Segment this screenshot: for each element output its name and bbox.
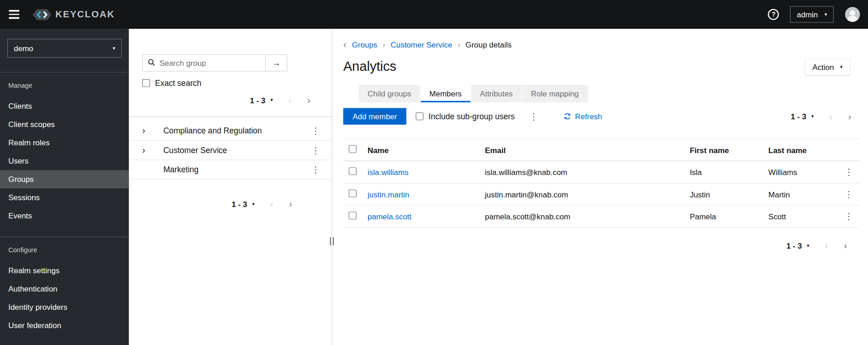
realm-selector-section: demo ▾ <box>0 29 129 73</box>
row-kebab-icon[interactable]: ⋮ <box>842 189 856 199</box>
sidebar-item-realm-roles[interactable]: Realm roles <box>0 133 129 152</box>
pagination-prev-button[interactable]: ‹ <box>817 239 836 253</box>
tab-role-mapping[interactable]: Role mapping <box>522 85 588 102</box>
hamburger-icon <box>9 10 19 11</box>
exact-search-checkbox[interactable] <box>142 79 150 87</box>
pagination-prev-button[interactable]: ‹ <box>281 93 300 107</box>
pagination-options-toggle[interactable]: 1 - 3 ▾ <box>250 96 273 104</box>
groups-pagination-top: 1 - 3 ▾ ‹ › <box>142 93 319 107</box>
kebab-menu-icon[interactable]: ⋮ <box>310 145 322 155</box>
pagination-range: 1 - 3 <box>791 112 806 121</box>
tab-child-groups[interactable]: Child groups <box>359 85 420 102</box>
members-toolbar: Add member Include sub-group users ⋮ Ref… <box>343 108 859 124</box>
help-icon[interactable]: ? <box>768 9 779 20</box>
sidebar-item-events[interactable]: Events <box>0 207 129 225</box>
sidebar-item-authentication[interactable]: Authentication <box>0 280 129 298</box>
breadcrumb-current: Group details <box>465 40 511 49</box>
breadcrumb-groups-link[interactable]: Groups <box>352 40 378 49</box>
add-member-button[interactable]: Add member <box>343 108 406 124</box>
breadcrumb-separator-icon: › <box>458 41 460 48</box>
keycloak-logo[interactable]: KEYCLOAK <box>33 9 115 20</box>
tree-item: › Compliance and Regulation ⋮ <box>129 122 331 141</box>
page-title: Analytics <box>343 58 396 75</box>
kebab-menu-icon[interactable]: ⋮ <box>310 164 322 175</box>
pagination-prev-button[interactable]: ‹ <box>821 109 840 123</box>
kebab-menu-icon[interactable]: ⋮ <box>310 126 322 136</box>
pagination-range: 1 - 3 <box>250 96 265 104</box>
panel-resize-handle[interactable] <box>330 237 334 245</box>
members-pagination-bottom: 1 - 3 ▾ ‹ › <box>343 239 859 253</box>
user-avatar[interactable] <box>845 7 860 22</box>
avatar-icon <box>845 15 860 22</box>
pagination-next-button[interactable]: › <box>281 197 300 211</box>
sidebar-item-clients[interactable]: Clients <box>0 97 129 115</box>
row-checkbox[interactable] <box>349 212 357 219</box>
sidebar-item-identity-providers[interactable]: Identity providers <box>0 298 129 316</box>
tab-members[interactable]: Members <box>421 85 471 102</box>
pagination-options-toggle[interactable]: 1 - 3 ▾ <box>231 200 254 208</box>
nav-section-configure-label: Configure <box>0 237 129 261</box>
select-all-checkbox[interactable] <box>349 145 357 153</box>
action-label: Action <box>812 63 834 71</box>
pagination-prev-button[interactable]: ‹ <box>263 197 281 211</box>
search-icon <box>148 59 155 66</box>
include-subgroups-checkbox[interactable] <box>416 112 424 120</box>
column-header-first-name: First name <box>685 139 764 161</box>
sidebar: demo ▾ Manage Clients Client scopes Real… <box>0 29 129 345</box>
expand-chevron-icon[interactable]: › <box>142 146 157 154</box>
groups-tree-panel: → Exact search 1 - 3 ▾ ‹ › <box>129 29 332 345</box>
sidebar-item-realm-settings[interactable]: Realm settings <box>0 261 129 280</box>
group-search-input[interactable] <box>142 54 265 72</box>
nav-group-configure: Configure Realm settings Authentication … <box>0 237 129 335</box>
sidebar-item-groups[interactable]: Groups <box>0 170 129 188</box>
sidebar-item-client-scopes[interactable]: Client scopes <box>0 115 129 133</box>
toolbar-kebab-icon[interactable]: ⋮ <box>526 111 541 122</box>
groups-pagination-bottom: 1 - 3 ▾ ‹ › <box>142 197 319 211</box>
group-link-customer-service[interactable]: Customer Service <box>163 146 227 154</box>
page-body: demo ▾ Manage Clients Client scopes Real… <box>0 29 868 345</box>
arrow-right-icon: → <box>272 58 280 68</box>
nav-section-manage-label: Manage <box>0 73 129 97</box>
pagination-next-button[interactable]: › <box>836 239 855 253</box>
current-realm: demo <box>14 44 33 53</box>
member-username-link[interactable]: justin.martin <box>368 190 409 198</box>
sidebar-item-sessions[interactable]: Sessions <box>0 188 129 207</box>
row-kebab-icon[interactable]: ⋮ <box>842 167 856 177</box>
user-menu-dropdown[interactable]: admin ▾ <box>790 6 833 22</box>
exact-search-option: Exact search <box>142 79 319 87</box>
member-username-link[interactable]: isla.williams <box>368 168 409 176</box>
masthead-toolbar: ? admin ▾ <box>768 6 860 22</box>
members-table: Name Email First name Last name isla.wil… <box>343 138 859 228</box>
row-kebab-icon[interactable]: ⋮ <box>842 211 856 222</box>
table-row: pamela.scott pamela.scott@knab.com Pamel… <box>343 205 859 227</box>
member-username-link[interactable]: pamela.scott <box>368 212 411 221</box>
member-last-name: Williams <box>764 161 836 183</box>
pagination-options-toggle[interactable]: 1 - 3 ▾ <box>786 241 809 250</box>
expand-chevron-icon[interactable]: › <box>142 126 157 135</box>
pagination-next-button[interactable]: › <box>840 109 859 123</box>
search-submit-button[interactable]: → <box>265 54 287 72</box>
pagination-options-toggle[interactable]: 1 - 3 ▾ <box>791 112 814 121</box>
action-dropdown-button[interactable]: Action ▾ <box>805 59 850 75</box>
group-link-marketing[interactable]: Marketing <box>163 165 199 174</box>
group-link-compliance-and-regulation[interactable]: Compliance and Regulation <box>163 126 262 135</box>
caret-down-icon: ▾ <box>807 243 809 248</box>
refresh-button[interactable]: Refresh <box>563 112 602 121</box>
realm-selector-dropdown[interactable]: demo ▾ <box>7 39 122 58</box>
breadcrumb-customer-service-link[interactable]: Customer Service <box>390 40 452 49</box>
sidebar-item-user-federation[interactable]: User federation <box>0 316 129 334</box>
row-checkbox[interactable] <box>349 190 357 197</box>
nav-toggle-button[interactable] <box>9 10 19 19</box>
column-header-name: Name <box>363 139 480 161</box>
row-checkbox[interactable] <box>349 167 357 175</box>
tab-attributes[interactable]: Attributes <box>471 85 521 102</box>
column-header-last-name: Last name <box>764 139 836 161</box>
group-search: → <box>142 54 288 72</box>
back-chevron-icon[interactable]: ‹ <box>343 40 347 49</box>
column-header-email: Email <box>480 139 685 161</box>
column-header-actions <box>836 139 859 161</box>
keycloak-admin-console: KEYCLOAK ? admin ▾ <box>0 0 868 345</box>
sidebar-item-users[interactable]: Users <box>0 152 129 170</box>
pagination-range: 1 - 3 <box>231 200 247 208</box>
pagination-next-button[interactable]: › <box>300 93 318 107</box>
